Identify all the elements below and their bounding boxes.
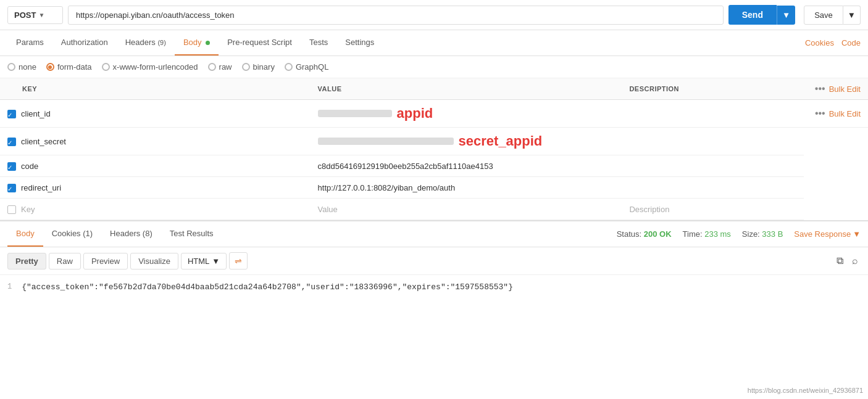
col-header-actions: •••Bulk Edit: [804, 78, 868, 100]
time-value: 233 ms: [704, 229, 731, 239]
row-0-checkbox[interactable]: [7, 110, 16, 118]
row-1-blurred-value: [318, 138, 454, 145]
row-2-desc-cell[interactable]: [622, 155, 803, 177]
row-4-value-cell[interactable]: Value: [311, 199, 622, 220]
send-button[interactable]: Send: [728, 5, 777, 25]
method-selector[interactable]: POST ▼: [7, 6, 63, 24]
response-body: 1 {"access_token":"fe567b2d7da70be04d4ba…: [0, 275, 868, 299]
row-2-checkbox[interactable]: [7, 162, 16, 171]
tab-settings[interactable]: Settings: [336, 30, 383, 56]
bulk-edit-button[interactable]: Bulk Edit: [829, 109, 861, 118]
status-label-text: Status: 200 OK: [617, 229, 672, 239]
size-label-text: Size: 333 B: [742, 229, 783, 239]
copy-response-button[interactable]: ⧉: [834, 253, 846, 269]
more-options-button[interactable]: •••: [811, 108, 829, 119]
body-type-none[interactable]: none: [7, 62, 36, 72]
row-1-key-cell: client_secret: [0, 128, 311, 155]
table-row: KeyValueDescription: [0, 199, 868, 220]
line-number-1: 1: [7, 282, 12, 291]
tabs-right-links: Cookies Code: [805, 38, 861, 47]
tab-tests[interactable]: Tests: [301, 30, 336, 56]
cookies-link[interactable]: Cookies: [805, 38, 834, 47]
row-3-key-cell: redirect_uri: [0, 177, 311, 199]
format-type-selector[interactable]: HTML ▼: [181, 253, 227, 269]
resp-tab-headers[interactable]: Headers (8): [101, 221, 161, 247]
request-tabs-bar: Params Authorization Headers (9) Body Pr…: [0, 30, 868, 56]
params-table: KEY VALUE DESCRIPTION •••Bulk Edit clien…: [0, 78, 868, 220]
tab-pre-request[interactable]: Pre-request Script: [219, 30, 301, 56]
col-header-description: DESCRIPTION: [622, 78, 803, 100]
save-btn-group: Save ▼: [804, 6, 861, 25]
resp-tab-test-results[interactable]: Test Results: [161, 221, 222, 247]
row-2-key-cell: code: [0, 155, 311, 177]
body-type-graphql[interactable]: GraphQL: [285, 62, 328, 72]
response-section: Body Cookies (1) Headers (8) Test Result…: [0, 221, 868, 299]
response-content-line-1: {"access_token":"fe567b2d7da70be04d4baab…: [22, 282, 513, 292]
row-2-value-cell[interactable]: c8dd56416912919b0eeb255a2cb5af1110ae4153: [311, 155, 622, 177]
tab-authorization[interactable]: Authorization: [52, 30, 117, 56]
preview-button[interactable]: Preview: [83, 253, 128, 269]
body-type-binary[interactable]: binary: [242, 62, 275, 72]
method-label: POST: [14, 10, 36, 20]
send-dropdown-button[interactable]: ▼: [777, 6, 795, 25]
col-actions-cell: •••Bulk Edit: [804, 100, 868, 128]
status-value: 200 OK: [644, 229, 672, 239]
tab-body[interactable]: Body: [175, 30, 219, 56]
row-1-desc-cell[interactable]: [622, 128, 803, 155]
row-3-value-cell[interactable]: http://127.0.0.1:8082/yiban_demo/auth: [311, 177, 622, 199]
row-4-key-cell: Key: [0, 199, 311, 220]
response-status-info: Status: 200 OK Time: 233 ms Size: 333 B …: [617, 229, 861, 239]
row-3-desc-cell[interactable]: [622, 177, 803, 199]
col-header-value: VALUE: [311, 78, 622, 100]
radio-form-data-icon: [46, 63, 54, 71]
tab-headers[interactable]: Headers (9): [117, 30, 175, 56]
table-row: client_idappid•••Bulk Edit: [0, 100, 868, 128]
code-line-1: 1 {"access_token":"fe567b2d7da70be04d4ba…: [7, 281, 861, 293]
table-row: client_secretsecret_appid: [0, 128, 868, 155]
row-4-desc-cell[interactable]: Description: [622, 199, 803, 220]
save-dropdown-button[interactable]: ▼: [843, 6, 861, 25]
row-0-key-cell: client_id: [0, 100, 311, 128]
row-3-checkbox[interactable]: [7, 184, 16, 192]
size-value: 333 B: [762, 229, 783, 239]
url-input[interactable]: [68, 6, 724, 25]
save-button[interactable]: Save: [804, 6, 843, 25]
headers-badge: (9): [157, 39, 165, 46]
body-type-bar: none form-data x-www-form-urlencoded raw…: [0, 56, 868, 78]
raw-button[interactable]: Raw: [49, 253, 81, 269]
radio-graphql-icon: [285, 63, 293, 71]
format-bar: Pretty Raw Preview Visualize HTML ▼ ⇌ ⧉ …: [0, 247, 868, 275]
header-bulk-edit-button[interactable]: Bulk Edit: [829, 84, 861, 94]
code-link[interactable]: Code: [841, 38, 861, 47]
radio-raw-icon: [208, 63, 216, 71]
body-type-form-data[interactable]: form-data: [46, 62, 92, 72]
table-row: codec8dd56416912919b0eeb255a2cb5af1110ae…: [0, 155, 868, 177]
row-1-annotation: secret_appid: [459, 133, 543, 149]
row-4-checkbox[interactable]: [7, 205, 16, 214]
radio-urlencoded-icon: [102, 63, 110, 71]
body-type-urlencoded[interactable]: x-www-form-urlencoded: [102, 62, 198, 72]
search-response-button[interactable]: ⌕: [849, 253, 861, 269]
wrap-text-button[interactable]: ⇌: [229, 252, 248, 269]
method-chevron-icon: ▼: [38, 12, 44, 19]
body-type-raw[interactable]: raw: [208, 62, 232, 72]
tab-params[interactable]: Params: [7, 30, 52, 56]
resp-tab-cookies[interactable]: Cookies (1): [43, 221, 101, 247]
row-1-value-cell[interactable]: secret_appid: [311, 128, 622, 155]
col-header-key: KEY: [0, 78, 311, 100]
request-bar: POST ▼ Send ▼ Save ▼: [0, 0, 868, 30]
send-btn-group: Send ▼: [728, 5, 795, 25]
row-0-blurred-value: [318, 110, 392, 117]
header-more-button[interactable]: •••: [811, 83, 829, 94]
table-row: redirect_urihttp://127.0.0.1:8082/yiban_…: [0, 177, 868, 199]
pretty-button[interactable]: Pretty: [7, 253, 46, 269]
row-0-desc-cell[interactable]: [622, 100, 803, 128]
save-response-button[interactable]: Save Response ▼: [794, 229, 861, 239]
resp-tab-body[interactable]: Body: [7, 221, 43, 247]
row-1-checkbox[interactable]: [7, 138, 16, 146]
radio-binary-icon: [242, 63, 250, 71]
format-chevron-icon: ▼: [212, 257, 220, 266]
row-0-value-cell[interactable]: appid: [311, 100, 622, 128]
visualize-button[interactable]: Visualize: [130, 253, 178, 269]
response-tabs-bar: Body Cookies (1) Headers (8) Test Result…: [0, 221, 868, 247]
